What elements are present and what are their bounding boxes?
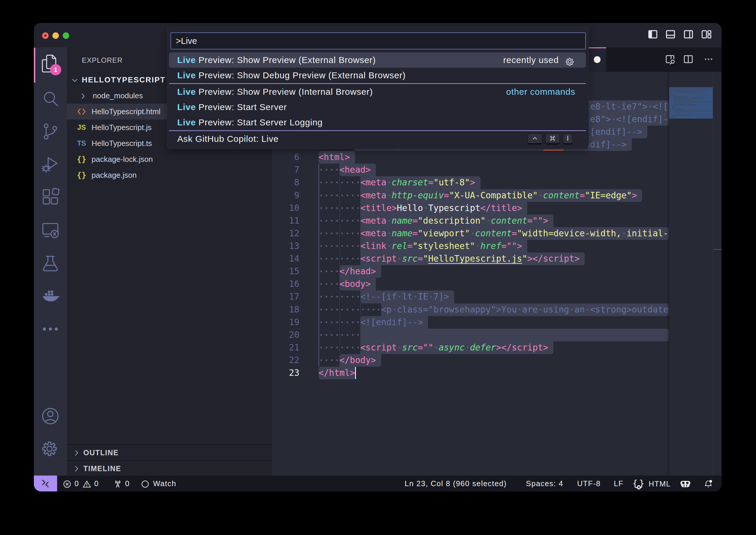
project-name: HELLOTYPESCRIPT bbox=[82, 72, 165, 88]
status-copilot[interactable] bbox=[680, 476, 691, 492]
indent-guide bbox=[339, 176, 340, 265]
minimap-line bbox=[669, 89, 708, 90]
activity-extensions-icon[interactable] bbox=[34, 181, 67, 214]
status-language-mode[interactable]: {}HTML bbox=[632, 476, 671, 492]
indent-guide bbox=[339, 291, 340, 354]
file-label: HelloTypescript.js bbox=[92, 120, 152, 135]
command-input[interactable]: >Live bbox=[170, 32, 586, 49]
activity-testing-icon[interactable] bbox=[34, 247, 67, 280]
line-number: 19 bbox=[276, 316, 299, 329]
code-line-21: ········<script·src=""·async·defer></scr… bbox=[319, 341, 548, 354]
activity-accounts-icon[interactable] bbox=[34, 400, 67, 433]
line-number: 9 bbox=[276, 189, 299, 202]
json-file-icon: {} bbox=[75, 151, 88, 167]
activity-search-icon[interactable] bbox=[34, 82, 67, 115]
minimap-line bbox=[674, 104, 697, 105]
panel-outline[interactable]: OUTLINE bbox=[67, 444, 272, 460]
line-number: 15 bbox=[276, 265, 299, 278]
panel-timeline[interactable]: TIMELINE bbox=[67, 460, 272, 476]
status-errors[interactable]: 0 bbox=[62, 476, 79, 492]
selection-highlight bbox=[360, 329, 669, 341]
line-number: 7 bbox=[276, 164, 299, 176]
minimap-line bbox=[669, 117, 673, 118]
status-warnings[interactable]: 0 bbox=[82, 476, 99, 492]
activity-explorer-icon[interactable]: 1 bbox=[34, 49, 67, 82]
layout-sidebar-left-icon[interactable] bbox=[647, 29, 658, 40]
status-cursor-position[interactable]: Ln 23, Col 8 (960 selected) bbox=[405, 476, 507, 492]
palette-item-live-preview-show-debug-preview-external[interactable]: Live Preview: Show Debug Preview (Extern… bbox=[169, 68, 586, 83]
minimap-line bbox=[669, 87, 712, 88]
code-line-22: ····</body> bbox=[319, 354, 376, 367]
palette-item-live-preview-show-preview-internal-brows[interactable]: Live Preview: Show Preview (Internal Bro… bbox=[169, 84, 586, 99]
status-watch[interactable]: Watch bbox=[140, 476, 176, 492]
layout-sidebar-right-icon[interactable] bbox=[683, 29, 694, 40]
error-underline bbox=[543, 150, 564, 151]
palette-item-live-preview-start-server[interactable]: Live Preview: Start Server bbox=[169, 99, 586, 115]
sidebar-title: EXPLORER bbox=[82, 48, 123, 72]
line-number: 13 bbox=[276, 240, 299, 252]
html-file-icon bbox=[75, 106, 88, 122]
activity-more-icon[interactable] bbox=[34, 313, 67, 346]
activity-run-debug-icon[interactable] bbox=[34, 148, 67, 181]
minimap-line bbox=[674, 109, 683, 110]
open-preview-icon[interactable] bbox=[664, 54, 676, 65]
layout-panel-icon[interactable] bbox=[665, 29, 676, 40]
status-notifications[interactable] bbox=[703, 476, 713, 492]
minimap-line bbox=[669, 90, 704, 91]
minimap-border bbox=[713, 72, 713, 476]
file-label: node_modules bbox=[93, 88, 143, 103]
palette-item-live-preview-show-preview-external-brows[interactable]: Live Preview: Show Preview (External Bro… bbox=[169, 52, 586, 68]
traffic-light-zoom[interactable] bbox=[63, 32, 69, 39]
status-eol[interactable]: LF bbox=[614, 476, 624, 492]
line-number: 22 bbox=[276, 354, 299, 367]
line-number: 21 bbox=[276, 341, 299, 354]
line-number: 16 bbox=[276, 278, 299, 291]
more-actions-icon[interactable] bbox=[703, 54, 714, 65]
minimap-line bbox=[674, 112, 680, 113]
split-editor-icon[interactable] bbox=[683, 54, 694, 65]
json-file-icon: {} bbox=[75, 167, 88, 183]
indent-guide bbox=[319, 164, 319, 367]
tree-item-package.json[interactable]: {}package.json bbox=[67, 167, 272, 183]
activity-settings-icon[interactable] bbox=[34, 433, 67, 466]
code-line-6: <html> bbox=[319, 151, 350, 164]
traffic-light-close[interactable] bbox=[42, 32, 48, 39]
line-number: 14 bbox=[276, 252, 299, 265]
palette-item-ask-github-copilot-live[interactable]: Ask GitHub Copilot: LiveI bbox=[169, 131, 586, 147]
status-ports[interactable]: 0 bbox=[113, 476, 130, 492]
code-line-12: ········<meta·name="viewport"·content="w… bbox=[319, 227, 669, 240]
activity-remote-explorer-icon[interactable] bbox=[34, 214, 67, 247]
minimap-line bbox=[672, 107, 675, 108]
activity-docker-icon[interactable] bbox=[34, 280, 67, 313]
file-label: HelloTypescript.ts bbox=[92, 135, 152, 151]
ts-file-icon: TS bbox=[75, 135, 88, 151]
line-number: 20 bbox=[276, 329, 299, 341]
line-number: 12 bbox=[276, 227, 299, 240]
minimap[interactable] bbox=[669, 72, 713, 476]
code-line-8: ········<meta·charset="utf-8"> bbox=[319, 176, 475, 189]
tab-modified-dot[interactable] bbox=[594, 56, 600, 63]
status-bar: 000WatchLn 23, Col 8 (960 selected)Space… bbox=[34, 476, 721, 492]
palette-item-live-preview-start-server-logging[interactable]: Live Preview: Start Server Logging bbox=[169, 115, 586, 130]
remote-icon bbox=[40, 478, 51, 491]
traffic-light-minimize[interactable] bbox=[52, 32, 59, 39]
key-i: I bbox=[563, 133, 573, 145]
scrollbar-mark bbox=[713, 249, 721, 250]
activity-source-control-icon[interactable] bbox=[34, 115, 67, 148]
minimap-line bbox=[674, 99, 691, 100]
status-indentation[interactable]: Spaces: 4 bbox=[526, 476, 564, 492]
command-palette: >Live Live Preview: Show Preview (Extern… bbox=[167, 26, 589, 149]
code-line-17: ········<!--[if·lt·IE·7]> bbox=[319, 291, 449, 303]
minimap-line bbox=[669, 93, 673, 94]
tree-item-package-lock.json[interactable]: {}package-lock.json bbox=[67, 151, 272, 167]
line-number: 6 bbox=[276, 151, 299, 164]
remote-indicator[interactable] bbox=[34, 476, 57, 492]
status-encoding[interactable]: UTF-8 bbox=[577, 476, 601, 492]
js-file-icon: JS bbox=[75, 120, 88, 135]
minimap-shadow bbox=[666, 72, 669, 476]
minimap-line bbox=[674, 103, 691, 104]
minimap-line bbox=[674, 96, 686, 97]
customize-layout-icon[interactable] bbox=[701, 29, 712, 40]
palette-separator bbox=[169, 83, 586, 84]
line-number: 17 bbox=[276, 291, 299, 303]
